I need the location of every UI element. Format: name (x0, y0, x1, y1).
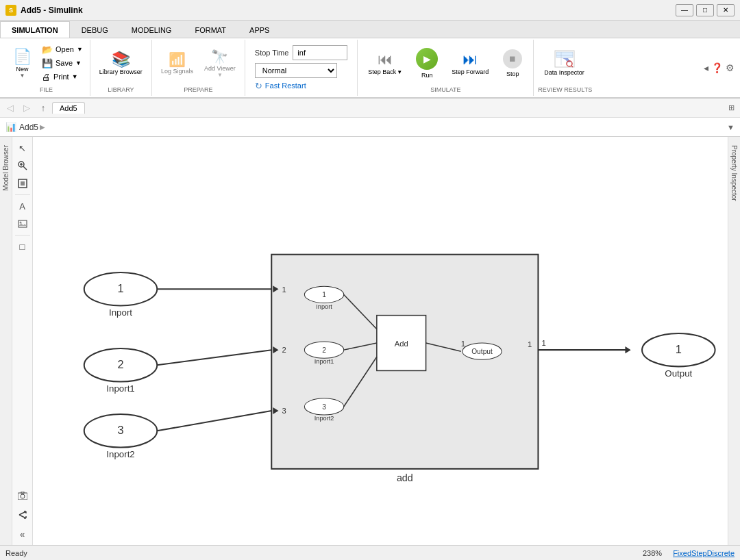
svg-text:2: 2 (117, 359, 123, 371)
svg-text:Output: Output (471, 348, 493, 355)
svg-text:2: 2 (322, 346, 326, 354)
box-tool[interactable]: □ (14, 238, 31, 255)
stop-time-input[interactable] (293, 45, 347, 60)
open-button[interactable]: 📂 Open ▼ (39, 43, 86, 56)
nav-bar: ◁ ▷ ↑ Add5 ⊞ (0, 99, 740, 118)
pointer-tool[interactable]: ↖ (14, 140, 31, 156)
svg-rect-12 (18, 220, 27, 227)
property-inspector-tab[interactable]: Property Inspector (729, 137, 739, 209)
add-viewer-label: Add Viewer (204, 65, 236, 72)
window-title: Add5 - Simulink (21, 5, 83, 15)
svg-text:3: 3 (282, 407, 286, 415)
print-button[interactable]: 🖨 Print ▼ (39, 71, 86, 84)
maximize-button[interactable]: □ (696, 4, 714, 16)
share-tool[interactable] (14, 507, 31, 523)
new-icon: 📄 (13, 48, 32, 66)
svg-text:Output: Output (665, 368, 692, 379)
svg-text:Inport: Inport (109, 307, 132, 318)
toolbar-settings-button[interactable]: ⚙ (726, 62, 735, 73)
image-tool[interactable] (14, 216, 31, 232)
tab-format[interactable]: FORMAT (183, 21, 238, 38)
svg-text:3: 3 (322, 403, 326, 411)
toolbar-overflow-button[interactable]: ◂ (704, 62, 708, 73)
svg-text:1: 1 (282, 285, 286, 294)
canvas-toolbar: ↖ A □ « (12, 137, 33, 545)
simulink-icon: S (5, 5, 16, 16)
data-inspector-label: Data Inspector (544, 69, 584, 77)
model-browser-tab[interactable]: Model Browser (1, 137, 11, 199)
svg-text:2: 2 (282, 346, 286, 354)
library-group: 📚 Library Browser LIBRARY (90, 40, 152, 96)
library-group-label: LIBRARY (95, 85, 147, 94)
library-browser-button[interactable]: 📚 Library Browser (95, 42, 147, 84)
tab-modeling[interactable]: MODELING (120, 21, 184, 38)
step-back-label: Step Back (368, 68, 396, 75)
svg-text:Inport2: Inport2 (314, 415, 334, 422)
toolbar-help-button[interactable]: ❓ (711, 62, 723, 73)
close-button[interactable]: ✕ (717, 4, 735, 16)
up-button[interactable]: ↑ (36, 101, 51, 116)
add-viewer-icon: 🔭 (211, 49, 228, 65)
simulate-group: ⏮ Step Back ▼ ▶ Run ⏭ Step Forward ⏹ Sto… (358, 40, 534, 96)
minimize-button[interactable]: — (676, 4, 693, 16)
title-bar-left: S Add5 - Simulink (5, 5, 83, 16)
run-button[interactable]: ▶ Run (410, 42, 444, 84)
layout-button[interactable]: ⊞ (726, 102, 737, 114)
run-icon: ▶ (416, 48, 438, 70)
data-inspector-button[interactable]: Data Inspector (538, 42, 591, 84)
status-ready: Ready (5, 549, 27, 557)
status-bar: Ready 238% FixedStepDiscrete (0, 545, 740, 560)
tab-apps[interactable]: APPS (238, 21, 281, 38)
save-label: Save (56, 59, 73, 67)
svg-text:Inport2: Inport2 (106, 449, 134, 459)
simulation-mode-select[interactable]: Normal (255, 63, 337, 78)
svg-text:Inport: Inport (316, 303, 332, 310)
simulation-mode-status[interactable]: FixedStepDiscrete (673, 549, 735, 557)
svg-text:1: 1 (542, 339, 546, 347)
new-button[interactable]: 📄 New ▼ (7, 42, 38, 84)
text-tool[interactable]: A (14, 198, 31, 214)
stop-time-label: Stop Time (255, 49, 289, 57)
library-browser-icon: 📚 (112, 51, 130, 68)
svg-rect-11 (21, 181, 25, 186)
canvas[interactable]: 1 Inport 2 Inport1 3 Inport2 1 Inport 2 … (33, 137, 728, 545)
title-bar-controls: — □ ✕ (676, 4, 735, 16)
svg-text:Add: Add (395, 340, 408, 348)
stop-button[interactable]: ⏹ Stop (496, 42, 529, 84)
file-group-label: FILE (7, 85, 86, 94)
step-forward-button[interactable]: ⏭ Step Forward (445, 42, 495, 84)
save-button[interactable]: 💾 Save ▼ (39, 57, 86, 70)
stop-icon: ⏹ (503, 49, 522, 68)
step-back-dropdown-icon: ▼ (397, 69, 402, 75)
new-dropdown-icon: ▼ (20, 73, 25, 79)
main-area: Model Browser ↖ A □ « (0, 137, 740, 545)
add-viewer-dropdown-icon: ▼ (217, 72, 223, 78)
library-browser-label: Library Browser (99, 68, 143, 75)
camera-tool[interactable] (14, 487, 31, 504)
collapse-tool[interactable]: « (14, 526, 31, 542)
fit-tool[interactable] (14, 175, 31, 192)
review-results-group: Data Inspector REVIEW RESULTS (534, 40, 596, 96)
log-signals-button[interactable]: 📶 Log Signals (156, 42, 198, 84)
tab-debug[interactable]: DEBUG (70, 21, 120, 38)
log-signals-icon: 📶 (169, 51, 186, 68)
back-button[interactable]: ◁ (3, 101, 18, 116)
tab-simulation[interactable]: SIMULATION (0, 21, 70, 38)
fast-restart-icon: ↻ (255, 81, 262, 91)
forward-button[interactable]: ▷ (19, 101, 34, 116)
svg-text:1: 1 (676, 343, 682, 355)
svg-text:1: 1 (322, 291, 326, 298)
open-icon: 📂 (42, 44, 53, 55)
step-back-button[interactable]: ⏮ Step Back ▼ (362, 42, 408, 84)
print-label: Print (53, 73, 69, 81)
zoom-in-tool[interactable] (14, 157, 31, 174)
address-dropdown-button[interactable]: ▼ (727, 123, 735, 131)
add-viewer-button[interactable]: 🔭 Add Viewer ▼ (199, 42, 241, 84)
ribbon-toolbar: 📄 New ▼ 📂 Open ▼ 💾 Save ▼ 🖨 Print (0, 38, 740, 99)
breadcrumb-tab[interactable]: Add5 (52, 102, 85, 114)
svg-text:add: add (397, 472, 413, 483)
address-bar: 📊 Add5 ▶ ▼ (0, 118, 740, 137)
right-sidebar: Property Inspector (728, 137, 740, 545)
save-dropdown-icon: ▼ (75, 60, 82, 66)
step-back-icon: ⏮ (378, 51, 393, 68)
